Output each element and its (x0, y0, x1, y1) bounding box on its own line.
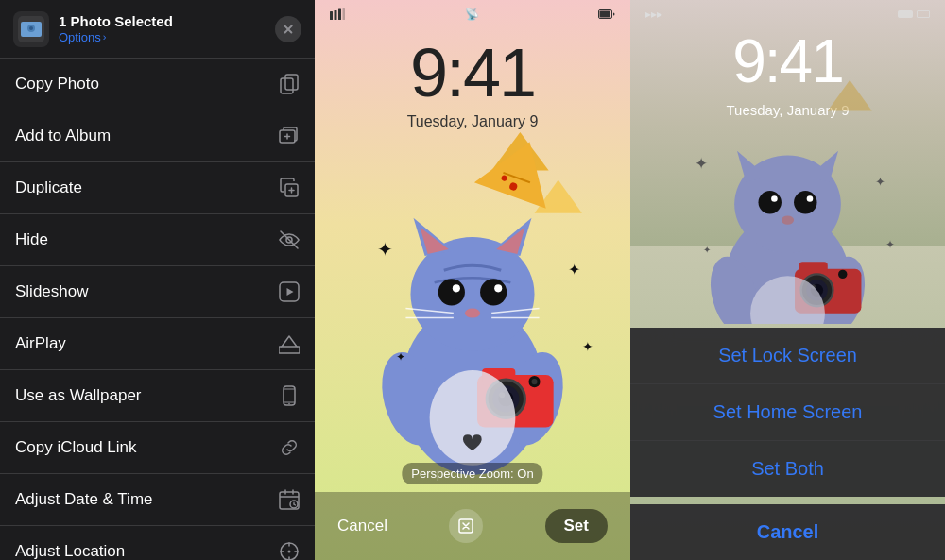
hide-icon (279, 229, 300, 250)
center-lock-time: 9:41 (410, 34, 535, 111)
action-sheet: 1 Photo Selected Options › Copy Photo Ad… (0, 0, 315, 560)
svg-point-3 (29, 26, 33, 30)
svg-point-27 (288, 551, 291, 553)
icloud-link-icon (279, 437, 300, 458)
svg-rect-5 (281, 78, 293, 93)
close-button[interactable] (275, 16, 301, 42)
set-options-panel: Set Lock Screen Set Home Screen Set Both (630, 328, 945, 497)
svg-point-88 (807, 195, 814, 202)
svg-point-56 (480, 279, 507, 305)
photo-count-label: 1 Photo Selected (59, 13, 173, 29)
center-phone-screen: 📡 9:41 Tuesday, January 9 (315, 0, 630, 560)
svg-line-25 (294, 504, 296, 505)
menu-item-hide[interactable]: Hide (0, 214, 315, 266)
svg-point-98 (838, 270, 847, 279)
menu-item-add-to-album[interactable]: Add to Album (0, 110, 315, 162)
menu-item-use-as-wallpaper[interactable]: Use as Wallpaper (0, 370, 315, 422)
duplicate-icon (279, 178, 300, 198)
set-both-button[interactable]: Set Both (630, 441, 945, 497)
svg-text:✦: ✦ (695, 155, 708, 173)
svg-point-55 (438, 279, 465, 305)
svg-point-57 (453, 284, 460, 292)
menu-item-adjust-location[interactable]: Adjust Location (0, 526, 315, 560)
add-to-album-icon (279, 126, 300, 146)
wallpaper-bottom-bar: Cancel Set (315, 492, 630, 560)
svg-point-87 (771, 195, 778, 202)
wallpaper-perspective-button[interactable] (449, 509, 483, 543)
menu-item-duplicate[interactable]: Duplicate (0, 162, 315, 214)
svg-rect-38 (335, 10, 337, 20)
cat-illustration: ✦ ✦ ✦ ✦ (329, 123, 616, 484)
slideshow-icon (279, 281, 300, 302)
svg-text:✦: ✦ (875, 175, 885, 189)
svg-rect-42 (600, 11, 610, 18)
menu-item-copy-icloud-link[interactable]: Copy iCloud Link (0, 422, 315, 474)
svg-rect-40 (343, 8, 346, 20)
date-time-icon (279, 489, 300, 510)
menu-item-adjust-date-time[interactable]: Adjust Date & Time (0, 474, 315, 526)
right-status-bar: ▸▸▸ (630, 0, 945, 28)
options-chevron: › (103, 31, 107, 42)
svg-rect-39 (338, 9, 341, 21)
svg-text:✦: ✦ (885, 238, 895, 251)
svg-rect-37 (330, 11, 333, 20)
copy-photo-icon (279, 74, 300, 94)
svg-rect-4 (285, 75, 298, 90)
svg-point-85 (759, 191, 782, 213)
right-phone-panel: ▸▸▸ 9:41 Tuesday, January 9 (630, 0, 945, 560)
photo-thumbnail (13, 11, 49, 47)
wallpaper-icon (279, 385, 300, 406)
options-link[interactable]: Options (59, 30, 101, 44)
header-text-group: 1 Photo Selected Options › (59, 13, 173, 44)
right-cat-illustration: ✦ ✦ ✦ ✦ (640, 76, 936, 324)
set-lock-screen-button[interactable]: Set Lock Screen (630, 328, 945, 384)
menu-item-slideshow[interactable]: Slideshow (0, 266, 315, 318)
svg-point-58 (494, 284, 502, 292)
wallpaper-cancel-button[interactable]: Cancel (337, 517, 387, 535)
action-sheet-header: 1 Photo Selected Options › (0, 0, 315, 59)
svg-point-86 (794, 191, 816, 213)
set-options-overlay: Set Lock Screen Set Home Screen Set Both… (630, 324, 945, 560)
wallpaper-set-button[interactable]: Set (545, 509, 608, 543)
center-status-bar: 📡 (315, 0, 630, 25)
svg-text:✦: ✦ (377, 239, 393, 260)
location-icon (279, 541, 300, 560)
svg-text:✦: ✦ (568, 261, 580, 278)
svg-text:✦: ✦ (582, 339, 593, 354)
svg-marker-80 (828, 80, 872, 111)
svg-point-74 (430, 370, 516, 466)
center-phone-panel: 📡 9:41 Tuesday, January 9 (315, 0, 630, 560)
svg-point-73 (531, 379, 537, 384)
svg-text:✦: ✦ (703, 245, 711, 255)
menu-item-airplay[interactable]: AirPlay (0, 318, 315, 370)
svg-text:✦: ✦ (396, 350, 405, 364)
svg-point-89 (782, 215, 794, 224)
right-phone-screen: ▸▸▸ 9:41 Tuesday, January 9 (630, 0, 945, 560)
perspective-zoom-label: Perspective Zoom: On (402, 463, 542, 484)
set-home-screen-button[interactable]: Set Home Screen (630, 384, 945, 441)
svg-point-59 (465, 309, 480, 318)
svg-point-18 (288, 403, 290, 405)
menu-item-copy-photo[interactable]: Copy Photo (0, 59, 315, 110)
set-cancel-button[interactable]: Cancel (630, 504, 945, 560)
airplay-icon (279, 333, 300, 354)
